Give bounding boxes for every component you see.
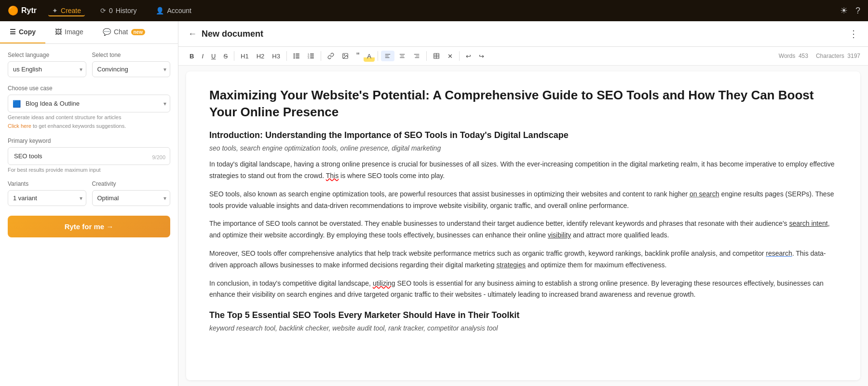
variants-select[interactable]: 1 variant 2 variants 3 variants [8, 190, 86, 206]
h3-button[interactable]: H3 [269, 51, 284, 62]
tab-copy[interactable]: ☰ Copy [0, 21, 45, 43]
link-button[interactable] [324, 51, 338, 61]
svg-point-4 [293, 57, 295, 59]
spelling-error-2: utilizing [373, 279, 395, 287]
help-button[interactable]: ? [855, 6, 860, 16]
bullet-list-button[interactable] [290, 51, 303, 61]
nav-account-label: Account [167, 7, 191, 14]
italic-button[interactable]: I [198, 51, 207, 62]
nav-right-actions: ☀ ? [840, 5, 860, 16]
use-case-select-wrapper: 🟦 Blog Idea & Outline Blog Section Writi… [8, 95, 170, 112]
tone-select-wrapper: Convincing Enthusiastic Formal Casual ▾ [92, 61, 171, 77]
use-case-link-suffix: to get enhanced keywords suggestions. [31, 123, 126, 129]
strikethrough-button[interactable]: S [220, 51, 231, 62]
use-case-label: Choose use case [8, 85, 170, 92]
grammar-note-3: visibility [548, 231, 571, 239]
copy-tab-label: Copy [19, 28, 36, 36]
svg-rect-5 [296, 57, 299, 58]
logo-text: Rytr [21, 6, 37, 15]
app-logo: 🟠 Rytr [8, 5, 37, 16]
chat-tab-icon: 💬 [103, 28, 111, 36]
svg-rect-9 [310, 55, 314, 56]
toolbar-sep-6 [459, 51, 460, 61]
tone-group: Select tone Convincing Enthusiastic Form… [92, 52, 171, 77]
link-word-1: research [766, 249, 792, 257]
chat-tab-badge: new [131, 29, 145, 35]
tone-label: Select tone [92, 52, 171, 58]
spelling-error-1: This [326, 172, 339, 179]
grammar-note-1: on search [690, 190, 719, 198]
toolbar-sep-1 [234, 51, 234, 61]
undo-button[interactable]: ↩ [462, 51, 475, 62]
ryte-for-me-button[interactable]: Ryte for me → [8, 216, 170, 237]
svg-point-2 [293, 55, 295, 57]
language-tone-row: Select language us English uk English Fr… [8, 52, 170, 77]
language-select[interactable]: us English uk English French Spanish [8, 61, 86, 77]
editor-toolbar: B I U S H1 H2 H3 1.2.3. " A [178, 47, 868, 66]
logo-icon: 🟠 [8, 5, 18, 16]
nav-history[interactable]: ⟳ 0 History [96, 5, 140, 16]
editor-header: ← New document ⋮ [178, 21, 868, 47]
align-center-button[interactable] [395, 51, 409, 61]
h2-button[interactable]: H2 [253, 51, 268, 62]
svg-rect-1 [296, 54, 299, 55]
variants-label: Variants [8, 180, 86, 187]
quote-button[interactable]: " [353, 50, 363, 62]
svg-text:3.: 3. [308, 56, 310, 59]
tab-image[interactable]: 🖼 Image [45, 21, 93, 43]
toolbar-sep-5 [426, 51, 427, 61]
grammar-note-2: search intent [789, 220, 827, 227]
words-value: 453 [799, 53, 808, 59]
nav-create-label: Create [61, 7, 81, 14]
document-main-title: Maximizing Your Website's Potential: A C… [209, 87, 837, 121]
theme-toggle-button[interactable]: ☀ [840, 5, 848, 16]
sidebar-tab-bar: ☰ Copy 🖼 Image 💬 Chat new [0, 21, 178, 44]
chars-value: 3197 [847, 53, 860, 59]
redo-button[interactable]: ↪ [475, 51, 488, 62]
align-right-button[interactable] [410, 51, 423, 61]
svg-point-13 [344, 55, 345, 55]
words-stat: Words 453 [779, 53, 808, 59]
creativity-group: Creativity Optimal Low High Max ▾ [92, 180, 171, 206]
use-case-section: Choose use case 🟦 Blog Idea & Outline Bl… [8, 85, 170, 130]
use-case-link[interactable]: Click here [8, 123, 31, 129]
highlight-button[interactable]: A [364, 51, 375, 62]
table-button[interactable] [430, 51, 443, 61]
svg-rect-11 [310, 57, 314, 58]
sidebar-form: Select language us English uk English Fr… [0, 44, 178, 386]
svg-rect-3 [296, 55, 299, 56]
tone-select[interactable]: Convincing Enthusiastic Formal Casual [92, 61, 171, 77]
svg-rect-7 [310, 54, 314, 55]
editor-stats: Words 453 Characters 3197 [779, 53, 860, 59]
back-button[interactable]: ← [188, 29, 197, 39]
editor-body[interactable]: Maximizing Your Website's Potential: A C… [186, 71, 860, 380]
creativity-select[interactable]: Optimal Low High Max [92, 190, 171, 206]
sidebar: ☰ Copy 🖼 Image 💬 Chat new Select languag… [0, 21, 178, 386]
nav-create[interactable]: ✦ Create [48, 5, 85, 16]
underline-button[interactable]: U [208, 51, 219, 62]
nav-account[interactable]: 👤 Account [152, 5, 195, 16]
paragraph-1: In today's digital landscape, having a s… [209, 159, 837, 182]
paragraph-4: Moreover, SEO tools offer comprehensive … [209, 248, 837, 271]
tab-chat[interactable]: 💬 Chat new [93, 21, 155, 43]
words-label: Words [779, 53, 795, 59]
keyword-input-wrapper: 9/200 [8, 147, 170, 165]
more-options-button[interactable]: ⋮ [849, 28, 858, 40]
use-case-icon: 🟦 [13, 100, 21, 108]
history-icon: ⟳ [100, 7, 106, 14]
primary-keyword-label: Primary keyword [8, 138, 170, 144]
paragraph-3: The importance of SEO tools cannot be ov… [209, 218, 837, 241]
section-2-keywords: keyword research tool, backlink checker,… [209, 324, 837, 332]
paragraph-2: SEO tools, also known as search engine o… [209, 189, 837, 212]
align-left-button[interactable] [381, 51, 394, 61]
clear-format-button[interactable]: ✕ [444, 51, 456, 62]
use-case-select[interactable]: Blog Idea & Outline Blog Section Writing… [8, 95, 170, 112]
primary-keyword-input[interactable] [8, 147, 170, 165]
use-case-link-text: Click here to get enhanced keywords sugg… [8, 121, 170, 130]
bold-button[interactable]: B [186, 51, 197, 62]
toolbar-sep-2 [286, 51, 287, 61]
h1-button[interactable]: H1 [237, 51, 252, 62]
variants-group: Variants 1 variant 2 variants 3 variants… [8, 180, 86, 206]
numbered-list-button[interactable]: 1.2.3. [304, 51, 318, 61]
image-toolbar-button[interactable] [339, 51, 352, 61]
